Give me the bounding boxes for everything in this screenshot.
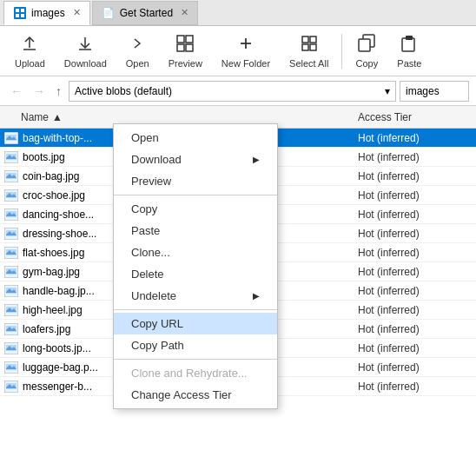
file-icon <box>3 303 19 317</box>
download-button[interactable]: Download <box>56 30 115 73</box>
new-folder-label: New Folder <box>221 58 270 69</box>
main-content: Name ▲ Access Tier bag-with-top-...Hot (… <box>0 106 476 450</box>
access-tier-cell: Hot (inferred) <box>351 151 473 163</box>
context-menu-item-clone[interactable]: Clone... <box>114 242 277 263</box>
upload-label: Upload <box>15 58 45 69</box>
download-label: Download <box>64 58 107 69</box>
context-menu-item-delete[interactable]: Delete <box>114 263 277 285</box>
context-menu-item-open[interactable]: Open <box>114 127 277 149</box>
copy-label: Copy <box>355 58 378 69</box>
preview-label: Preview <box>169 58 202 69</box>
images-tab-icon <box>13 6 27 20</box>
open-label: Open <box>126 58 149 69</box>
svg-rect-13 <box>186 44 193 51</box>
file-icon <box>3 341 19 355</box>
context-menu-item-download[interactable]: Download▶ <box>114 149 277 170</box>
dropdown-arrow-icon: ▾ <box>385 85 390 97</box>
file-icon <box>3 131 19 145</box>
context-menu-item-undelete[interactable]: Undelete▶ <box>114 285 277 307</box>
name-column-header: Name ▲ <box>3 111 351 123</box>
file-icon <box>3 169 19 183</box>
back-button[interactable]: ← <box>7 83 26 100</box>
context-menu-item-copy[interactable]: Copy <box>114 198 277 220</box>
access-tier-column-header: Access Tier <box>351 111 473 123</box>
context-menu-item-copy-path[interactable]: Copy Path <box>114 334 277 356</box>
access-tier-cell: Hot (inferred) <box>351 381 473 393</box>
address-bar: ← → ↑ Active blobs (default) ▾ images <box>0 76 476 106</box>
path-display: images <box>400 81 469 102</box>
file-icon <box>3 265 19 279</box>
ctx-label-preview: Preview <box>131 175 171 188</box>
access-tier-cell: Hot (inferred) <box>351 170 473 182</box>
file-icon <box>3 189 19 202</box>
access-tier-cell: Hot (inferred) <box>351 228 473 240</box>
context-menu-item-change-access-tier[interactable]: Change Access Tier <box>114 384 277 406</box>
tab-get-started-close[interactable]: ✕ <box>181 7 188 18</box>
context-menu-item-preview[interactable]: Preview <box>114 170 277 192</box>
context-menu-item-clone-rehydrate: Clone and Rehydrate... <box>114 362 277 384</box>
svg-rect-12 <box>177 44 184 51</box>
submenu-arrow-icon: ▶ <box>253 291 260 301</box>
access-tier-cell: Hot (inferred) <box>351 304 473 316</box>
tab-images[interactable]: images ✕ <box>3 1 90 25</box>
context-menu-separator <box>114 359 277 360</box>
ctx-label-paste: Paste <box>131 224 160 237</box>
get-started-tab-icon: 📄 <box>102 6 116 20</box>
access-tier-cell: Hot (inferred) <box>351 247 473 259</box>
preview-button[interactable]: Preview <box>161 30 210 73</box>
ctx-label-copy-path: Copy Path <box>131 339 184 352</box>
context-menu-item-paste[interactable]: Paste <box>114 220 277 242</box>
context-menu-separator <box>114 195 277 195</box>
svg-rect-18 <box>302 44 308 50</box>
blob-type-value: Active blobs (default) <box>75 85 172 97</box>
copy-button[interactable]: Copy <box>347 30 386 73</box>
tab-images-close[interactable]: ✕ <box>73 7 81 18</box>
file-icon <box>3 227 19 241</box>
context-menu: OpenDownload▶PreviewCopyPasteClone...Del… <box>113 123 278 409</box>
paste-label: Paste <box>397 58 421 69</box>
copy-icon <box>357 34 376 56</box>
ctx-label-delete: Delete <box>131 268 164 281</box>
ctx-label-copy: Copy <box>131 202 157 215</box>
file-icon <box>3 246 19 260</box>
svg-rect-17 <box>310 36 316 43</box>
new-folder-icon <box>236 34 255 56</box>
up-button[interactable]: ↑ <box>52 83 65 100</box>
context-menu-item-copy-url[interactable]: Copy URL <box>114 313 277 334</box>
svg-rect-23 <box>406 36 413 40</box>
svg-rect-3 <box>16 14 19 17</box>
access-tier-cell: Hot (inferred) <box>351 132 473 144</box>
access-tier-cell: Hot (inferred) <box>351 285 473 297</box>
svg-rect-1 <box>16 9 19 12</box>
access-tier-cell: Hot (inferred) <box>351 323 473 335</box>
ctx-label-undelete: Undelete <box>131 289 176 302</box>
svg-rect-10 <box>177 36 184 43</box>
tab-get-started[interactable]: 📄 Get Started ✕ <box>92 1 198 25</box>
ctx-label-open: Open <box>131 131 159 144</box>
svg-rect-4 <box>21 14 24 17</box>
select-all-label: Select All <box>289 58 328 69</box>
svg-rect-16 <box>302 36 308 43</box>
svg-rect-22 <box>402 38 414 51</box>
access-tier-cell: Hot (inferred) <box>351 342 473 354</box>
new-folder-button[interactable]: New Folder <box>214 30 278 73</box>
svg-rect-21 <box>359 39 370 51</box>
upload-button[interactable]: Upload <box>7 30 53 73</box>
access-tier-cell: Hot (inferred) <box>351 189 473 202</box>
toolbar: Upload Download Open Preview New Folder … <box>0 26 476 76</box>
open-icon <box>128 34 147 56</box>
paste-button[interactable]: Paste <box>389 30 429 73</box>
open-button[interactable]: Open <box>118 30 157 73</box>
access-tier-cell: Hot (inferred) <box>351 208 473 221</box>
blob-type-dropdown[interactable]: Active blobs (default) ▾ <box>69 81 396 102</box>
preview-icon <box>175 34 195 56</box>
select-all-icon <box>300 34 319 56</box>
ctx-label-clone: Clone... <box>131 246 170 259</box>
select-all-button[interactable]: Select All <box>281 30 336 73</box>
svg-rect-19 <box>310 44 316 50</box>
forward-button[interactable]: → <box>30 83 49 100</box>
file-icon <box>3 284 19 298</box>
svg-rect-11 <box>186 36 193 43</box>
toolbar-separator <box>341 34 342 69</box>
tab-get-started-label: Get Started <box>120 7 173 19</box>
